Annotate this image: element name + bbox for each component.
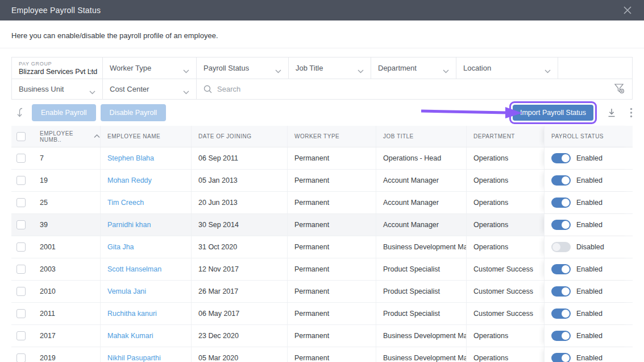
payroll-status-toggle[interactable] [551, 286, 571, 297]
employee-name-link[interactable]: Stephen Blaha [107, 154, 154, 162]
payroll-status-label: Enabled [576, 221, 603, 229]
col-header-job-title[interactable]: JOB TITLE [376, 126, 466, 147]
employee-name-cell: Mohan Reddy [100, 170, 191, 191]
payroll-status-toggle[interactable] [551, 153, 571, 163]
clear-filter-icon[interactable] [614, 83, 625, 96]
chevron-down-icon [443, 67, 449, 75]
subtitle-wrap: Here you can enable/disable the payroll … [0, 20, 644, 48]
row-checkbox[interactable] [16, 242, 26, 252]
job-title-label: Job Title [296, 64, 355, 72]
department-cell: Operations [466, 347, 544, 362]
col-header-department[interactable]: DEPARTMENT [466, 126, 544, 147]
payroll-status-label: Payroll Status [203, 64, 272, 72]
employee-name-link[interactable]: Nikhil Pasuparthi [107, 354, 161, 362]
row-checkbox[interactable] [16, 154, 26, 163]
payroll-status-toggle[interactable] [551, 220, 571, 230]
business-unit-dropdown[interactable]: Business Unit [12, 79, 103, 99]
date-of-joining-cell: 06 May 2017 [191, 303, 287, 324]
employee-name-cell: Ruchitha kanuri [100, 303, 191, 324]
payroll-status-toggle[interactable] [551, 353, 571, 362]
employee-name-link[interactable]: Parnidhi khan [107, 221, 151, 229]
worker-type-cell: Permanent [287, 170, 376, 191]
employee-table: EMPLOYEE NUMB.. EMPLOYEE NAME DATE OF JO… [0, 126, 644, 362]
row-checkbox[interactable] [16, 287, 26, 296]
date-of-joining-cell: 20 Jun 2013 [191, 192, 287, 213]
download-icon[interactable] [607, 108, 616, 118]
payroll-status-dropdown[interactable]: Payroll Status [197, 57, 289, 79]
payroll-status-label: Disabled [576, 243, 604, 251]
row-checkbox[interactable] [16, 353, 26, 362]
col-header-employee-number[interactable]: EMPLOYEE NUMB.. [33, 126, 100, 147]
worker-type-cell: Permanent [287, 214, 376, 236]
worker-type-dropdown[interactable]: Worker Type [103, 57, 197, 79]
enable-payroll-button[interactable]: Enable Payroll [32, 104, 96, 121]
department-dropdown[interactable]: Department [371, 57, 456, 79]
actions-toolbar: Enable Payroll Disable Payroll Import Pa… [0, 100, 644, 126]
col-header-date-of-joining[interactable]: DATE OF JOINING [191, 126, 287, 147]
payroll-status-label: Enabled [576, 354, 603, 362]
kebab-menu-icon[interactable] [630, 108, 633, 118]
payroll-status-toggle[interactable] [551, 308, 571, 319]
search-field-cell [197, 79, 632, 99]
select-all-checkbox[interactable] [16, 132, 26, 141]
worker-type-cell: Permanent [287, 303, 376, 324]
payroll-status-toggle[interactable] [551, 175, 571, 186]
employee-name-link[interactable]: Mahak Kumari [107, 332, 153, 340]
row-checkbox[interactable] [16, 198, 26, 207]
payroll-status-toggle[interactable] [551, 331, 571, 341]
payroll-status-cell: Enabled [544, 281, 633, 302]
sort-arrow-icon[interactable] [16, 108, 24, 118]
date-of-joining-cell: 23 Dec 2020 [191, 325, 287, 347]
employee-number-cell: 2019 [33, 347, 100, 362]
job-title-cell: Business Development Ma... [376, 347, 466, 362]
employee-name-link[interactable]: Tim Creech [107, 199, 144, 207]
disable-payroll-button[interactable]: Disable Payroll [101, 104, 166, 121]
payroll-status-cell: Enabled [544, 258, 633, 280]
employee-number-cell: 2011 [33, 303, 100, 324]
employee-number-cell: 25 [33, 192, 100, 213]
employee-name-link[interactable]: Scott Hanselman [107, 265, 161, 273]
date-of-joining-cell: 06 Sep 2011 [191, 147, 287, 169]
employee-name-link[interactable]: Gita Jha [107, 243, 134, 251]
chevron-down-icon [89, 67, 95, 75]
col-header-worker-type[interactable]: WORKER TYPE [287, 126, 376, 147]
search-input[interactable] [217, 85, 609, 93]
employee-name-cell: Mahak Kumari [100, 325, 191, 347]
job-title-dropdown[interactable]: Job Title [289, 57, 371, 79]
table-row: 2010Vemula Jani26 Mar 2017PermanentProdu… [11, 281, 633, 303]
row-checkbox[interactable] [16, 331, 26, 340]
import-payroll-status-button[interactable]: Import Payroll Status [513, 105, 593, 121]
pay-group-dropdown[interactable]: PAY GROUP Blizzard Services Pvt Ltd [12, 57, 103, 79]
col-header-payroll-status[interactable]: PAYROLL STATUS [544, 126, 633, 147]
payroll-status-label: Enabled [576, 176, 603, 184]
payroll-status-toggle[interactable] [551, 242, 571, 252]
date-of-joining-cell: 26 Mar 2017 [191, 281, 287, 302]
row-checkbox[interactable] [16, 176, 26, 185]
department-cell: Operations [466, 147, 544, 169]
row-checkbox[interactable] [16, 220, 26, 229]
payroll-status-toggle[interactable] [551, 198, 571, 208]
row-checkbox[interactable] [16, 265, 26, 274]
business-unit-label: Business Unit [19, 85, 86, 93]
employee-number-cell: 39 [33, 214, 100, 236]
payroll-status-label: Enabled [576, 199, 603, 207]
department-cell: Operations [466, 214, 544, 236]
close-icon[interactable] [622, 5, 633, 15]
employee-name-link[interactable]: Mohan Reddy [107, 176, 152, 184]
employee-number-cell: 2003 [33, 258, 100, 280]
payroll-status-label: Enabled [576, 332, 603, 340]
employee-name-link[interactable]: Ruchitha kanuri [107, 310, 157, 318]
date-of-joining-cell: 31 Oct 2020 [191, 236, 287, 258]
job-title-cell: Account Manager [376, 192, 466, 213]
payroll-status-toggle[interactable] [551, 264, 571, 274]
employee-number-cell: 2017 [33, 325, 100, 347]
cost-center-dropdown[interactable]: Cost Center [103, 79, 197, 99]
location-dropdown[interactable]: Location [456, 57, 558, 79]
payroll-status-label: Enabled [576, 154, 603, 162]
row-checkbox[interactable] [16, 309, 26, 318]
col-header-employee-name[interactable]: EMPLOYEE NAME [100, 126, 191, 147]
pay-group-value: Blizzard Services Pvt Ltd [19, 68, 86, 76]
toolbar-right-group: Import Payroll Status [509, 101, 633, 124]
employee-name-link[interactable]: Vemula Jani [107, 287, 146, 295]
payroll-status-cell: Enabled [544, 192, 633, 213]
